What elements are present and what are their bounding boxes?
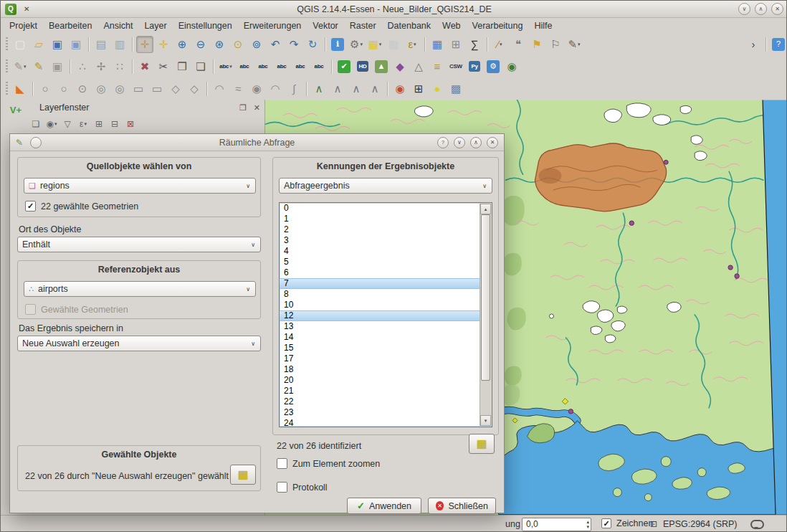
python-console-icon[interactable]: Py (466, 58, 483, 75)
menu-verarbeitung[interactable]: Verarbeitung (467, 19, 529, 32)
result-item-0[interactable]: 0 (280, 203, 480, 214)
result-item-23[interactable]: 23 (280, 407, 480, 418)
filter-legend-icon[interactable]: ▽ (60, 117, 75, 131)
layers-panel-header[interactable]: Layerfenster ❐ ✕ (27, 100, 264, 115)
dialog-titlebar[interactable]: ✎ Räumliche Abfrage ? ∨ ∧ ✕ (10, 134, 504, 151)
spin-down-icon[interactable]: ▾ (586, 524, 589, 529)
source-selected-checkbox[interactable]: ✓ 22 gewählte Geometrien (25, 201, 138, 212)
select-by-expression-icon-dropdown[interactable]: ▾ (414, 42, 416, 47)
heatmap-icon[interactable]: ◉ (391, 80, 409, 98)
expand-all-icon[interactable]: ⊞ (92, 117, 106, 131)
layer-visibility-icon[interactable]: ◉▾ (44, 117, 59, 131)
spinner-arrows[interactable]: ▴ ▾ (586, 519, 589, 529)
paste-features-icon[interactable]: ❏ (192, 58, 209, 75)
save-project-icon[interactable]: ▣ (49, 36, 66, 53)
result-item-18[interactable]: 18 (280, 364, 480, 375)
result-item-10[interactable]: 10 (280, 300, 480, 310)
render-checkbox[interactable]: ✓ Zeichnen (601, 518, 653, 528)
result-item-3[interactable]: 3 (280, 235, 480, 246)
crs-status[interactable]: EPSG:2964 (SRP) (663, 519, 738, 529)
label-show-hide-icon[interactable]: abc (292, 58, 309, 75)
spin-up-icon[interactable]: ▴ (586, 519, 589, 524)
layer-labeling-icon-dropdown[interactable]: ▾ (229, 64, 232, 70)
zoom-to-layer-icon[interactable]: ⊚ (248, 36, 265, 53)
toolbar-handle[interactable] (6, 37, 8, 52)
menu-raster[interactable]: Raster (344, 19, 382, 32)
spatial-query-dialog[interactable]: ✎ Räumliche Abfrage ? ∨ ∧ ✕ Quellobjekte… (9, 133, 505, 513)
result-item-2[interactable]: 2 (280, 224, 480, 235)
help-icon[interactable]: ? (770, 36, 787, 53)
expression-filter-icon-dropdown[interactable]: ▾ (84, 121, 87, 127)
rectangle-extent-icon[interactable]: ▭ (148, 80, 166, 98)
text-annotation-icon-dropdown[interactable]: ▾ (578, 42, 581, 47)
statistics-icon[interactable]: ∑ (466, 36, 483, 53)
terrain-plugin-icon[interactable]: ▲ (373, 58, 390, 75)
zoom-next-icon[interactable]: ↷ (285, 36, 302, 53)
current-edits-icon[interactable]: ✎▾ (11, 58, 29, 75)
field-calculator-icon[interactable]: ⊞ (447, 36, 464, 53)
save-project-as-icon[interactable]: ▣ (67, 36, 85, 53)
rotation-spinbox[interactable]: 0,0 ▴ ▾ (522, 518, 591, 531)
menu-hilfe[interactable]: Hilfe (528, 19, 558, 32)
menu-datenbank[interactable]: Datenbank (382, 19, 437, 32)
result-item-8[interactable]: 8 (280, 289, 480, 300)
pan-to-selection-icon[interactable]: ✛ (155, 36, 172, 53)
hd-plugin-icon[interactable]: HD (354, 58, 371, 75)
window-close-left-icon[interactable]: ✕ (24, 5, 29, 13)
map-tips-icon[interactable]: ❝ (510, 36, 527, 53)
copy-features-icon[interactable]: ❐ (173, 58, 191, 75)
label-properties-icon[interactable]: abc (310, 58, 328, 75)
dialog-help-button[interactable]: ? (437, 137, 449, 148)
plugin-ok-icon[interactable]: ✔ (335, 58, 353, 75)
result-item-13[interactable]: 13 (280, 321, 480, 332)
dialog-maximize-button[interactable]: ∧ (470, 137, 482, 148)
source-layer-combo[interactable]: ❏ regions ∨ (24, 178, 256, 194)
result-set-combo[interactable]: Abfrageergebnis ∨ (279, 178, 492, 194)
zoom-to-selection-icon[interactable]: ⊙ (229, 36, 247, 53)
add-vector-layer-icon[interactable]: V+ (7, 101, 24, 118)
save-map-image-icon[interactable]: ▤ (92, 36, 110, 53)
select-by-expression-icon[interactable]: ε▾ (404, 36, 421, 53)
profile-curve-icon[interactable]: ∧ (348, 80, 365, 98)
circle-3points-icon[interactable]: ○ (55, 80, 72, 98)
move-feature-icon[interactable]: ✢ (92, 58, 110, 75)
log-checkbox[interactable]: Protokoll (277, 482, 328, 493)
result-item-21[interactable]: 21 (280, 386, 480, 396)
window-maximize-button[interactable]: ∧ (755, 3, 767, 15)
ellipse-center-icon[interactable]: ◎ (92, 80, 110, 98)
identify-icon[interactable]: ℹ (329, 36, 346, 53)
show-bookmarks-icon[interactable]: ⚐ (547, 36, 564, 53)
menu-web[interactable]: Web (437, 19, 466, 32)
result-item-20[interactable]: 20 (280, 375, 480, 386)
regular-polygon-icon[interactable]: ◇ (167, 80, 184, 98)
scrollbar-thumb[interactable] (481, 214, 490, 381)
node-tool-icon[interactable]: ∷ (111, 58, 128, 75)
menu-einstellungen[interactable]: Einstellungen (173, 19, 238, 32)
dialog-menu-button[interactable] (30, 137, 42, 148)
result-item-4[interactable]: 4 (280, 246, 480, 257)
add-feature-icon[interactable]: ∴ (74, 58, 91, 75)
raster-image-icon[interactable]: ▩ (447, 80, 464, 98)
zoom-full-icon[interactable]: ⊛ (211, 36, 228, 53)
result-item-6[interactable]: 6 (280, 267, 480, 278)
zoom-last-icon[interactable]: ↶ (267, 36, 284, 53)
split-features-icon[interactable]: ∫ (285, 80, 302, 98)
cut-features-icon[interactable]: ✂ (155, 58, 172, 75)
result-item-1[interactable]: 1 (280, 214, 480, 224)
result-item-24[interactable]: 24 (280, 418, 480, 427)
expression-filter-icon[interactable]: ε▾ (76, 117, 90, 131)
ellipse-extent-icon[interactable]: ◎ (111, 80, 128, 98)
remove-layer-icon[interactable]: ⊠ (123, 117, 138, 131)
profile-tool-icon[interactable]: ∧ (310, 80, 328, 98)
menu-bearbeiten[interactable]: Bearbeiten (43, 19, 97, 32)
result-id-list[interactable]: 012345678101213141517182021222324 ▴ ▾ (279, 202, 492, 427)
fill-ring-icon[interactable]: ◉ (248, 80, 265, 98)
csw-icon[interactable]: CSW (447, 58, 464, 75)
label-move-icon[interactable]: abc (236, 58, 253, 75)
circle-2points-icon[interactable]: ○ (37, 80, 54, 98)
label-pin-icon[interactable]: abc (273, 58, 290, 75)
menu-projekt[interactable]: Projekt (4, 19, 43, 32)
new-bookmark-icon[interactable]: ⚑ (528, 36, 545, 53)
measure-icon[interactable]: ∕▾ (491, 36, 508, 53)
result-item-7[interactable]: 7 (280, 278, 480, 289)
